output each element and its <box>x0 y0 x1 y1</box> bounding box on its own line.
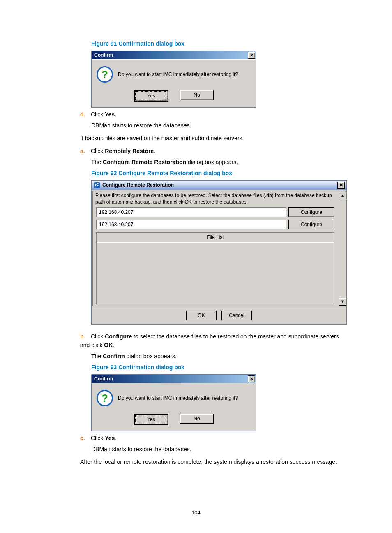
dialog-message: Do you want to start iMC immediately aft… <box>118 71 238 78</box>
dialog-title: Confirm <box>94 375 113 382</box>
step-b-text: Click Configure to select the database f… <box>80 333 339 348</box>
ip-field[interactable]: 192.168.40.207 <box>96 207 286 217</box>
configure-button[interactable]: Configure <box>288 207 334 217</box>
confirm-dialog-91: Confirm ✕ ? Do you want to start iMC imm… <box>91 51 256 108</box>
dialog-titlebar: iC Configure Remote Restoration ✕ <box>92 181 346 190</box>
close-icon[interactable]: ✕ <box>337 182 345 189</box>
yes-button[interactable]: Yes <box>134 414 168 425</box>
configure-button[interactable]: Configure <box>288 220 334 229</box>
step-a-sub: The Configure Remote Restoration dialog … <box>91 158 347 167</box>
close-icon[interactable]: ✕ <box>248 375 255 382</box>
ok-button[interactable]: OK <box>186 311 217 320</box>
if-backup-line: If backup files are saved on the master … <box>80 134 347 143</box>
file-list-header: File List <box>96 232 334 242</box>
server-row: 192.168.40.207 Configure <box>93 218 338 231</box>
no-button[interactable]: No <box>180 90 214 100</box>
no-button[interactable]: No <box>180 414 214 424</box>
dialog-title: Configure Remote Restoration <box>102 181 174 189</box>
dialog-message: Do you want to start iMC immediately aft… <box>118 394 238 402</box>
step-b-sub: The Confirm dialog box appears. <box>91 352 347 361</box>
dialog-title: Confirm <box>94 51 113 59</box>
server-row: 192.168.40.207 Configure <box>93 206 338 218</box>
page-number: 104 <box>0 509 392 517</box>
question-icon: ? <box>97 66 113 83</box>
step-b: b. Click Configure to select the databas… <box>80 332 347 350</box>
figure-91-caption: Figure 91 Confirmation dialog box <box>91 39 347 48</box>
app-icon: iC <box>94 182 100 188</box>
step-a-text: Click Remotely Restore. <box>91 148 155 154</box>
dialog-titlebar: Confirm ✕ <box>92 51 256 60</box>
step-a: a. Click Remotely Restore. <box>80 147 347 155</box>
confirm-dialog-93: Confirm ✕ ? Do you want to start iMC imm… <box>91 374 256 431</box>
configure-remote-restoration-dialog: iC Configure Remote Restoration ✕ Please… <box>91 180 347 325</box>
step-c-sub: DBMan starts to restore the databases. <box>91 445 347 454</box>
dialog-titlebar: Confirm ✕ <box>92 375 256 383</box>
step-c: c. Click Yes. <box>80 434 347 443</box>
figure-93-caption: Figure 93 Confirmation dialog box <box>91 363 347 372</box>
scroll-down-icon[interactable]: ▼ <box>339 298 346 306</box>
ip-field[interactable]: 192.168.40.207 <box>96 220 286 229</box>
step-d-sub: DBMan starts to restore the databases. <box>91 121 347 130</box>
instruction-text: Please first configure the databases to … <box>93 191 338 206</box>
step-letter-d: d. <box>80 110 89 119</box>
after-restoration-line: After the local or remote restoration is… <box>80 458 347 466</box>
step-d-text: Click Yes. <box>91 111 116 118</box>
close-icon[interactable]: ✕ <box>248 52 255 59</box>
step-c-text: Click Yes. <box>91 435 116 441</box>
scrollbar[interactable]: ▲ ▼ <box>339 192 346 306</box>
file-list[interactable] <box>96 242 334 304</box>
step-letter-a: a. <box>80 147 89 155</box>
yes-button[interactable]: Yes <box>134 90 168 102</box>
step-letter-b: b. <box>80 332 89 341</box>
step-d: d. Click Yes. <box>80 110 347 119</box>
question-icon: ? <box>97 390 113 406</box>
step-letter-c: c. <box>80 434 89 443</box>
cancel-button[interactable]: Cancel <box>221 311 252 320</box>
scroll-up-icon[interactable]: ▲ <box>339 192 346 199</box>
figure-92-caption: Figure 92 Configure Remote Restoration d… <box>91 169 347 178</box>
